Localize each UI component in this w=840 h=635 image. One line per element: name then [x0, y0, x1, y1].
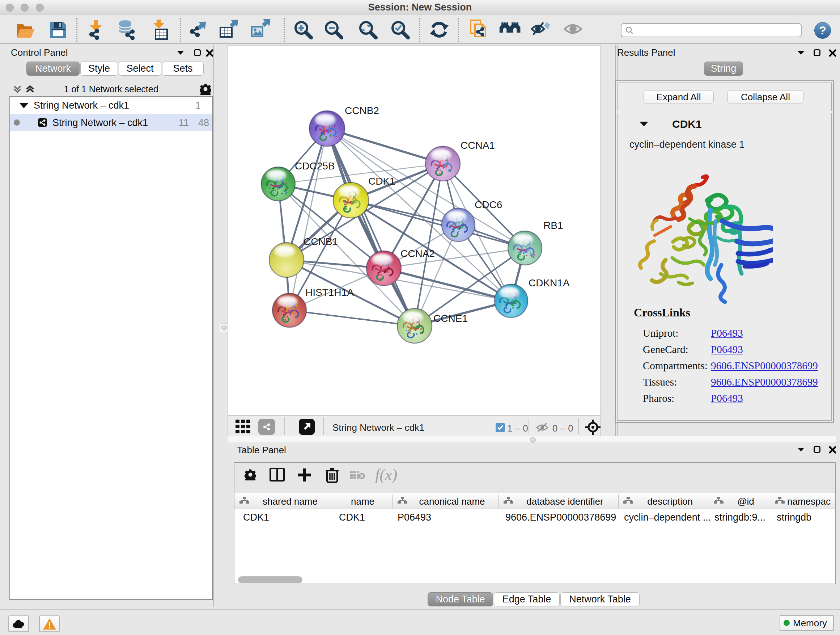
svg-text:CDKN1A: CDKN1A: [529, 277, 570, 288]
svg-text:CCNA2: CCNA2: [401, 248, 435, 259]
svg-text:CDK1: CDK1: [368, 176, 395, 187]
svg-text:CDC25B: CDC25B: [295, 160, 335, 172]
svg-text:CCNE1: CCNE1: [433, 313, 468, 324]
svg-text:CDC6: CDC6: [475, 199, 502, 211]
svg-text:HIST1H1A: HIST1H1A: [305, 287, 354, 298]
svg-text:CCNB1: CCNB1: [303, 236, 338, 247]
svg-text:RB1: RB1: [543, 220, 563, 231]
svg-text:CCNB2: CCNB2: [345, 105, 379, 116]
svg-text:CCNA1: CCNA1: [461, 140, 495, 151]
